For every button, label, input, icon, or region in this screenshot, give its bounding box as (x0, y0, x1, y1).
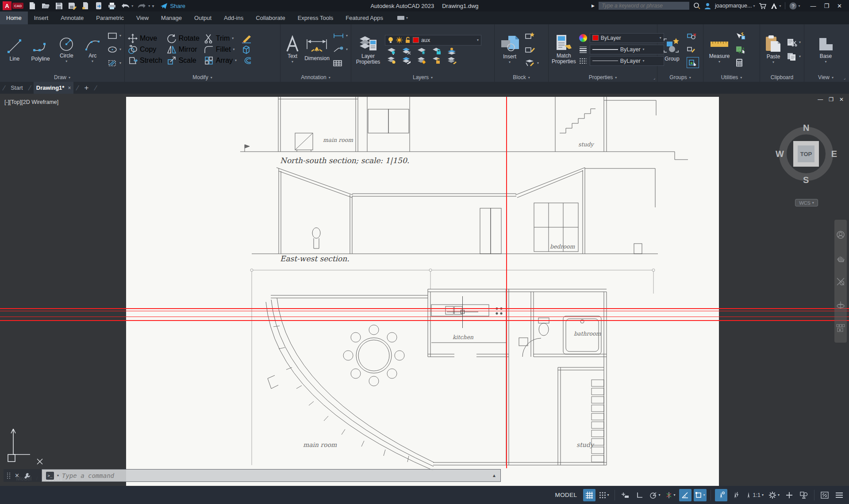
array-button[interactable]: Array▾ (204, 56, 237, 65)
tab-express-tools[interactable]: Express Tools (292, 11, 340, 24)
customization-plus-button[interactable] (783, 489, 795, 501)
redo-icon[interactable] (138, 2, 146, 10)
hatch-button[interactable]: ▾ (107, 57, 121, 69)
tab-output[interactable]: Output (188, 11, 218, 24)
search-icon[interactable] (693, 2, 700, 9)
insert-dropdown-icon[interactable]: ▾ (509, 60, 511, 64)
viewport-close-icon[interactable]: ✕ (839, 96, 844, 103)
command-line-palette[interactable]: ✕ >_ ▾ ▲ (4, 469, 501, 482)
red-construction-line-h1[interactable] (0, 308, 849, 309)
snap-mode-toggle[interactable]: ▾ (598, 489, 611, 501)
layer-thaw-sun-icon[interactable] (396, 37, 403, 43)
panel-label-annotation[interactable]: Annotation▾ (280, 73, 351, 82)
group-edit-button[interactable] (687, 44, 699, 55)
layer-select-combo[interactable]: aux ▾ (385, 35, 481, 46)
measure-dropdown-icon[interactable]: ▾ (718, 60, 720, 64)
tab-parametric[interactable]: Parametric (90, 11, 130, 24)
autocad-logo[interactable]: A CAD (3, 1, 23, 10)
viewport-controls-label[interactable]: [-][Top][2D Wireframe] (4, 99, 58, 105)
layer-on-all-icon[interactable] (387, 57, 396, 64)
search-expand-icon[interactable]: ▶ (592, 4, 595, 8)
grid-toggle[interactable] (583, 489, 595, 501)
layer-isolate-icon[interactable] (402, 47, 411, 55)
match-properties-button[interactable]: Match Properties (552, 34, 576, 65)
circle-dropdown-icon[interactable]: ▾ (65, 59, 67, 63)
qat-customize-icon[interactable]: ▾ (152, 4, 154, 8)
wcs-menu[interactable]: WCS▾ (795, 199, 818, 206)
panel-label-utilities[interactable]: Utilities▾ (703, 73, 760, 82)
open-from-web-icon[interactable] (81, 2, 90, 10)
text-button[interactable]: Text ▾ (284, 35, 301, 64)
dimension-style-button[interactable]: ▾ (333, 30, 348, 41)
linetype-combo[interactable]: ByLayer ▾ (590, 56, 664, 66)
line-button[interactable]: Line (3, 37, 26, 62)
nav-wheel-icon[interactable] (836, 230, 845, 239)
dynamic-input-toggle[interactable] (619, 489, 631, 501)
zoom-extents-icon[interactable] (836, 277, 845, 286)
help-dropdown-icon[interactable]: ▾ (798, 4, 800, 8)
model-space-canvas[interactable]: main room study bedroom kitchen bathroom… (0, 94, 849, 486)
command-input[interactable] (62, 472, 489, 479)
paste-dropdown-icon[interactable]: ▾ (772, 60, 774, 64)
isometric-drafting-toggle[interactable]: ▾ (664, 489, 677, 501)
viewcube-top-face[interactable]: TOP (793, 141, 819, 167)
view-launcher-icon[interactable]: ⌟ (844, 76, 845, 80)
ellipse-button[interactable]: ▾ (107, 44, 121, 55)
ungroup-button[interactable] (687, 31, 699, 42)
array-dropdown-icon[interactable]: ▾ (235, 58, 237, 62)
panel-label-draw[interactable]: Draw▾ (0, 73, 124, 82)
box-3d-button[interactable] (241, 45, 253, 54)
layer-lock-icon[interactable] (432, 47, 442, 55)
mirror-button[interactable]: Mirror (167, 45, 200, 54)
table-button[interactable] (333, 57, 348, 69)
layer-unlock-all-icon[interactable] (432, 57, 442, 64)
linetype-icon[interactable] (579, 57, 587, 65)
file-tab-drawing1[interactable]: Drawing1*× (34, 82, 74, 94)
layer-unlock-icon[interactable] (405, 37, 411, 43)
erase-button[interactable] (241, 34, 253, 43)
share-button[interactable]: Share (160, 3, 185, 9)
viewcube[interactable]: N W E S TOP (776, 124, 836, 184)
user-dropdown-icon[interactable]: ▾ (753, 4, 755, 8)
tab-annotate[interactable]: Annotate (54, 11, 90, 24)
trim-dropdown-icon[interactable]: ▾ (232, 36, 234, 40)
measure-button[interactable]: Measure ▾ (707, 35, 732, 64)
save-icon[interactable] (54, 2, 63, 10)
search-input[interactable] (599, 2, 689, 10)
autodesk-dropdown-icon[interactable]: ▾ (779, 4, 781, 8)
upload-mobile-icon[interactable] (94, 2, 103, 10)
panel-label-properties[interactable]: Properties▾⌟ (549, 73, 657, 82)
autodesk-logo-icon[interactable] (770, 3, 778, 9)
red-construction-line-h3[interactable] (0, 317, 849, 317)
workspace-switching-button[interactable]: ▾ (767, 489, 781, 501)
select-similar-button[interactable] (735, 44, 746, 55)
quick-select-button[interactable] (735, 31, 746, 42)
stretch-button[interactable]: Stretch (128, 56, 162, 65)
command-line-grip[interactable]: ✕ (4, 469, 42, 482)
customization-menu-button[interactable] (833, 489, 845, 501)
object-color-combo[interactable]: ByLayer ▾ (590, 33, 664, 43)
create-block-button[interactable] (525, 30, 539, 41)
tab-add-ins[interactable]: Add-ins (218, 11, 250, 24)
panel-label-modify[interactable]: Modify▾ (125, 73, 280, 82)
layer-walk-icon[interactable] (447, 57, 457, 64)
command-close-icon[interactable]: ✕ (15, 472, 19, 479)
file-tab-close-icon[interactable]: × (68, 85, 71, 91)
viewport-restore-icon[interactable]: ❐ (829, 96, 834, 103)
command-customize-wrench-icon[interactable] (23, 472, 31, 479)
viewcube-south[interactable]: S (803, 175, 809, 185)
tab-featured-apps[interactable]: Featured Apps (339, 11, 389, 24)
fillet-button[interactable]: Fillet▾ (204, 45, 237, 54)
panel-label-groups[interactable]: Groups▾ (657, 73, 703, 82)
tab-collaborate[interactable]: Collaborate (250, 11, 292, 24)
save-as-icon[interactable] (68, 2, 77, 10)
layer-thaw-all-icon[interactable] (417, 57, 426, 64)
layer-off-icon[interactable] (387, 47, 396, 55)
viewcube-west[interactable]: W (776, 149, 784, 159)
restore-button[interactable]: ❐ (824, 3, 829, 9)
leader-button[interactable]: ▾ (333, 44, 348, 55)
drawing-paper[interactable]: main room study bedroom kitchen bathroom… (126, 97, 719, 486)
polyline-button[interactable]: Polyline (29, 37, 52, 62)
make-current-icon[interactable] (447, 47, 457, 55)
clean-screen-button[interactable] (818, 489, 831, 501)
